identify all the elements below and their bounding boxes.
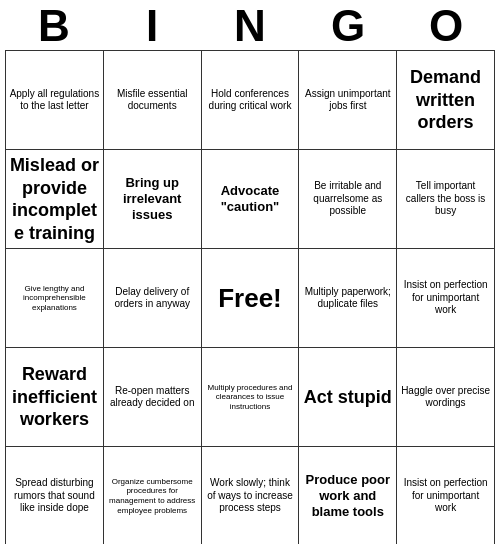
header-letter-n: N: [206, 4, 294, 48]
bingo-header: BINGO: [5, 0, 495, 50]
cell-text-4-3: Produce poor work and blame tools: [302, 472, 393, 521]
cell-text-2-1: Delay delivery of orders in anyway: [107, 286, 198, 311]
cell-text-3-2: Multiply procedures and clearances to is…: [205, 383, 296, 412]
header-letter-i: I: [108, 4, 196, 48]
cell-3-1: Re-open matters already decided on: [104, 348, 202, 447]
cell-4-2: Work slowly; think of ways to increase p…: [202, 447, 300, 544]
cell-2-2: Free!: [202, 249, 300, 348]
cell-text-1-4: Tell important callers the boss is busy: [400, 180, 491, 218]
cell-1-3: Be irritable and quarrelsome as possible: [299, 150, 397, 249]
cell-1-0: Mislead or provide incomplete training: [6, 150, 104, 249]
cell-2-1: Delay delivery of orders in anyway: [104, 249, 202, 348]
header-letter-g: G: [304, 4, 392, 48]
cell-1-4: Tell important callers the boss is busy: [397, 150, 495, 249]
cell-text-4-4: Insist on perfection for unimportant wor…: [400, 477, 491, 515]
cell-2-4: Insist on perfection for unimportant wor…: [397, 249, 495, 348]
cell-text-3-4: Haggle over precise wordings: [400, 385, 491, 410]
cell-text-1-2: Advocate "caution": [205, 183, 296, 216]
cell-text-0-3: Assign unimportant jobs first: [302, 88, 393, 113]
cell-text-2-0: Give lengthy and incomprehensible explan…: [9, 284, 100, 313]
cell-3-2: Multiply procedures and clearances to is…: [202, 348, 300, 447]
cell-text-0-4: Demand written orders: [400, 66, 491, 134]
cell-4-0: Spread disturbing rumors that sound like…: [6, 447, 104, 544]
cell-2-3: Multiply paperwork; duplicate files: [299, 249, 397, 348]
cell-text-1-0: Mislead or provide incomplete training: [9, 154, 100, 244]
cell-3-3: Act stupid: [299, 348, 397, 447]
cell-4-3: Produce poor work and blame tools: [299, 447, 397, 544]
cell-text-4-1: Organize cumbersome procedures for manag…: [107, 477, 198, 515]
cell-0-3: Assign unimportant jobs first: [299, 51, 397, 150]
cell-text-2-2: Free!: [218, 282, 282, 315]
cell-text-4-0: Spread disturbing rumors that sound like…: [9, 477, 100, 515]
bingo-grid: Apply all regulations to the last letter…: [5, 50, 495, 544]
cell-text-2-3: Multiply paperwork; duplicate files: [302, 286, 393, 311]
cell-4-1: Organize cumbersome procedures for manag…: [104, 447, 202, 544]
cell-3-0: Reward inefficient workers: [6, 348, 104, 447]
cell-4-4: Insist on perfection for unimportant wor…: [397, 447, 495, 544]
cell-3-4: Haggle over precise wordings: [397, 348, 495, 447]
cell-text-2-4: Insist on perfection for unimportant wor…: [400, 279, 491, 317]
cell-text-4-2: Work slowly; think of ways to increase p…: [205, 477, 296, 515]
cell-0-4: Demand written orders: [397, 51, 495, 150]
cell-0-1: Misfile essential documents: [104, 51, 202, 150]
cell-text-3-0: Reward inefficient workers: [9, 363, 100, 431]
cell-1-2: Advocate "caution": [202, 150, 300, 249]
header-letter-b: B: [10, 4, 98, 48]
cell-text-0-1: Misfile essential documents: [107, 88, 198, 113]
cell-text-0-0: Apply all regulations to the last letter: [9, 88, 100, 113]
cell-text-3-3: Act stupid: [304, 386, 392, 409]
cell-2-0: Give lengthy and incomprehensible explan…: [6, 249, 104, 348]
cell-text-0-2: Hold conferences during critical work: [205, 88, 296, 113]
cell-1-1: Bring up irrelevant issues: [104, 150, 202, 249]
cell-0-2: Hold conferences during critical work: [202, 51, 300, 150]
cell-text-1-3: Be irritable and quarrelsome as possible: [302, 180, 393, 218]
cell-text-1-1: Bring up irrelevant issues: [107, 175, 198, 224]
cell-text-3-1: Re-open matters already decided on: [107, 385, 198, 410]
cell-0-0: Apply all regulations to the last letter: [6, 51, 104, 150]
header-letter-o: O: [402, 4, 490, 48]
